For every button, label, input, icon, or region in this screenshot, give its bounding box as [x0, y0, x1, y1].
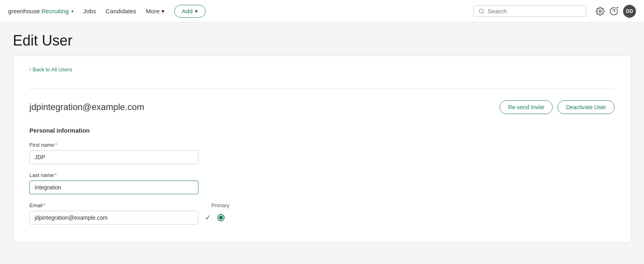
- navbar: greenhouse Recruiting ▾ Jobs Candidates …: [0, 0, 644, 23]
- required-star: *: [55, 142, 57, 148]
- resend-invite-button[interactable]: Re-send Invite: [500, 100, 553, 114]
- settings-icon: [596, 7, 605, 16]
- content-area: ‹ Back to All Users jdpintegration@examp…: [13, 56, 631, 243]
- personal-info-section: Personal information First name* Last na…: [29, 127, 615, 225]
- avatar-initials: DD: [626, 8, 633, 14]
- divider: [29, 89, 615, 89]
- section-title: Personal information: [29, 127, 615, 134]
- brand-greenhouse: greenhouse: [8, 8, 40, 15]
- avatar-button[interactable]: DD: [623, 5, 636, 18]
- email-input[interactable]: [29, 211, 198, 225]
- page-title: Edit User: [13, 32, 631, 49]
- last-name-group: Last name*: [29, 172, 615, 194]
- svg-point-2: [599, 10, 601, 12]
- page-header: Edit User: [0, 23, 644, 56]
- help-badge-dot: [616, 6, 619, 9]
- email-label: Email*: [29, 202, 198, 208]
- deactivate-user-button[interactable]: Deactivate User: [557, 100, 615, 114]
- primary-label: Primary: [211, 202, 229, 208]
- nav-jobs[interactable]: Jobs: [83, 8, 96, 15]
- search-input[interactable]: [488, 8, 581, 15]
- add-chevron-icon: ▾: [195, 8, 198, 15]
- email-group: Email* Primary ✓: [29, 202, 615, 225]
- nav-links: Jobs Candidates More ▾: [83, 8, 165, 15]
- first-name-group: First name*: [29, 142, 615, 164]
- help-button[interactable]: [609, 7, 618, 16]
- back-chevron-icon: ‹: [29, 67, 31, 72]
- brand-recruiting: Recruiting: [41, 8, 69, 15]
- back-link[interactable]: ‹ Back to All Users: [29, 67, 72, 73]
- nav-more[interactable]: More ▾: [146, 8, 164, 15]
- required-star-3: *: [43, 202, 45, 208]
- radio-inner: [219, 216, 223, 220]
- email-row-inputs: ✓: [29, 211, 615, 225]
- last-name-input[interactable]: [29, 181, 198, 194]
- user-actions: Re-send Invite Deactivate User: [500, 100, 615, 114]
- search-icon: [479, 8, 485, 15]
- add-button[interactable]: Add ▾: [174, 5, 206, 18]
- brand: greenhouse Recruiting ▾: [8, 8, 74, 15]
- svg-point-0: [479, 9, 483, 13]
- back-link-label: Back to All Users: [33, 67, 72, 73]
- last-name-label: Last name*: [29, 172, 615, 178]
- user-email: jdpintegration@example.com: [29, 102, 144, 112]
- search-box: [473, 5, 586, 17]
- check-icon: ✓: [205, 213, 211, 222]
- navbar-icons: DD: [596, 5, 636, 18]
- brand-chevron-icon[interactable]: ▾: [71, 8, 74, 14]
- first-name-input[interactable]: [29, 150, 198, 164]
- primary-radio[interactable]: [217, 214, 225, 221]
- required-star-2: *: [55, 172, 57, 178]
- nav-more-chevron-icon: ▾: [161, 8, 165, 15]
- email-labels-row: Email* Primary: [29, 202, 615, 208]
- nav-more-label: More: [146, 8, 159, 15]
- add-label: Add: [182, 8, 193, 15]
- first-name-label: First name*: [29, 142, 615, 148]
- nav-candidates[interactable]: Candidates: [105, 8, 136, 15]
- user-header: jdpintegration@example.com Re-send Invit…: [29, 100, 615, 114]
- svg-line-1: [483, 12, 484, 13]
- settings-button[interactable]: [596, 7, 605, 16]
